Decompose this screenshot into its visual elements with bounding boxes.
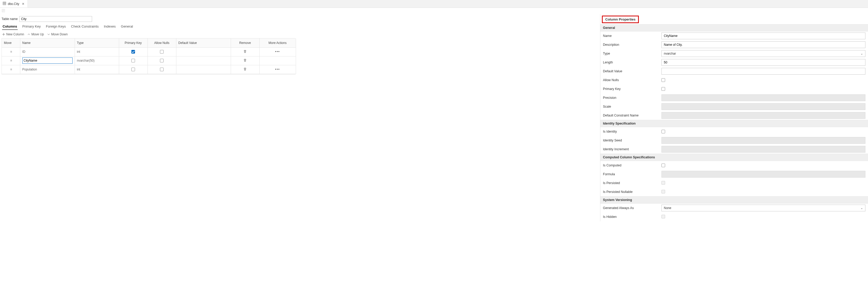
tab-columns[interactable]: Columns: [2, 23, 18, 30]
prop-row-defaultValue: Default Value: [600, 67, 868, 76]
hdr-name: Name: [20, 38, 75, 47]
allownulls-checkbox[interactable]: [160, 59, 164, 62]
delete-icon[interactable]: [243, 51, 247, 54]
prop-row-scale: Scale: [600, 102, 868, 111]
prop-genAlwaysAs-select[interactable]: None⌄: [661, 205, 865, 211]
prop-formula-label: Formula: [603, 172, 661, 176]
table-row[interactable]: ≡ Population int •••: [2, 65, 296, 74]
hdr-more: More Actions: [259, 38, 296, 47]
allownulls-checkbox[interactable]: [160, 68, 164, 71]
tab-bar: dbo.City ✕: [0, 0, 868, 8]
prop-defaultValue-label: Default Value: [603, 69, 661, 73]
more-actions-icon[interactable]: •••: [275, 68, 280, 71]
prop-isIdentity-label: Is Identity: [603, 130, 661, 133]
prop-type-label: Type: [603, 52, 661, 55]
prop-isHidden-label: Is Hidden: [603, 215, 661, 219]
pk-checkbox[interactable]: [131, 50, 135, 54]
table-row[interactable]: ≡ ID int •••: [2, 47, 296, 56]
move-down-label: Move Down: [51, 33, 68, 36]
hdr-pk: Primary Key: [119, 38, 148, 47]
hdr-move: Move: [2, 38, 20, 47]
table-icon: [3, 2, 6, 6]
prop-row-formula: Formula: [600, 170, 868, 178]
prop-name-input[interactable]: [661, 33, 865, 39]
prop-row-allowNulls: Allow Nulls: [600, 76, 868, 85]
close-icon[interactable]: ✕: [21, 2, 26, 6]
tab-foreign-keys[interactable]: Foreign Keys: [45, 23, 66, 30]
move-down-button[interactable]: Move Down: [47, 33, 68, 36]
prop-row-precision: Precision: [600, 93, 868, 102]
prop-precision-input: [661, 94, 865, 101]
tab-indexes[interactable]: Indexes: [103, 23, 116, 30]
column-type[interactable]: int: [77, 50, 81, 54]
prop-row-name: Name: [600, 31, 868, 40]
svg-rect-0: [3, 2, 6, 5]
designer-tabs: Columns Primary Key Foreign Keys Check C…: [2, 23, 598, 30]
prop-allowNulls-checkbox[interactable]: [661, 78, 665, 82]
prop-description-label: Description: [603, 43, 661, 46]
prop-row-isPersistedNull: Is Persisted Nullable: [600, 188, 868, 196]
prop-row-defConstraint: Default Constraint Name: [600, 111, 868, 120]
column-type[interactable]: nvarchar(50): [77, 59, 95, 62]
section-computed: Computed Column Specifications: [600, 154, 868, 161]
section-identity: Identity Specification: [600, 120, 868, 127]
prop-defConstraint-input: [661, 112, 865, 119]
prop-defaultValue-input[interactable]: [661, 68, 865, 75]
allownulls-checkbox[interactable]: [160, 50, 164, 54]
prop-name-label: Name: [603, 34, 661, 38]
table-name-label: Table name: [2, 17, 18, 21]
prop-row-identitySeed: Identity Seed: [600, 136, 868, 145]
designer-pane: Table name Columns Primary Key Foreign K…: [0, 14, 600, 221]
prop-length-input[interactable]: [661, 59, 865, 66]
more-actions-icon[interactable]: •••: [275, 50, 280, 54]
drag-handle-icon[interactable]: ≡: [10, 59, 11, 62]
prop-scale-input: [661, 103, 865, 110]
chevron-down-icon: ⌄: [861, 206, 863, 210]
table-row[interactable]: ≡ nvarchar(50): [2, 56, 296, 65]
tab-primary-key[interactable]: Primary Key: [22, 23, 41, 30]
table-name-input[interactable]: [19, 16, 92, 22]
hdr-type: Type: [75, 38, 119, 47]
prop-identityInc-input: [661, 146, 865, 153]
delete-icon[interactable]: [243, 68, 247, 72]
tab-check-constraints[interactable]: Check Constraints: [70, 23, 99, 30]
column-name-input[interactable]: [22, 58, 72, 64]
drag-handle-icon[interactable]: ≡: [10, 68, 11, 71]
tab-dbo-city[interactable]: dbo.City ✕: [0, 0, 28, 7]
drag-handle-icon[interactable]: ≡: [10, 50, 11, 54]
prop-primaryKey-checkbox[interactable]: [661, 87, 665, 91]
hdr-remove: Remove: [231, 38, 259, 47]
prop-row-identityInc: Identity Increment: [600, 145, 868, 154]
column-name[interactable]: Population: [22, 68, 37, 71]
script-icon[interactable]: [2, 9, 5, 13]
column-type[interactable]: int: [77, 68, 81, 71]
properties-pane: Column Properties General Name Descripti…: [600, 14, 868, 221]
tab-title: dbo.City: [8, 2, 19, 6]
prop-row-length: Length: [600, 58, 868, 67]
editor-toolbar: [0, 8, 868, 14]
tab-general[interactable]: General: [120, 23, 133, 30]
panel-title: Column Properties: [602, 15, 639, 23]
prop-isComputed-checkbox[interactable]: [661, 164, 665, 167]
prop-row-type: Type nvarchar⌄: [600, 49, 868, 58]
prop-identityInc-label: Identity Increment: [603, 147, 661, 151]
prop-scale-label: Scale: [603, 105, 661, 108]
prop-isIdentity-checkbox[interactable]: [661, 130, 665, 133]
delete-icon[interactable]: [243, 59, 247, 63]
section-version: System Versioning: [600, 196, 868, 204]
prop-isComputed-label: Is Computed: [603, 164, 661, 167]
column-name[interactable]: ID: [22, 50, 26, 54]
pk-checkbox[interactable]: [131, 68, 135, 71]
chevron-down-icon: ⌄: [861, 52, 863, 55]
prop-description-input[interactable]: [661, 41, 865, 48]
prop-allowNulls-label: Allow Nulls: [603, 78, 661, 82]
prop-row-isComputed: Is Computed: [600, 161, 868, 170]
pk-checkbox[interactable]: [131, 59, 135, 62]
prop-type-select[interactable]: nvarchar⌄: [661, 50, 865, 57]
prop-row-genAlwaysAs: Generated Always As None⌄: [600, 204, 868, 212]
new-column-button[interactable]: New Column: [2, 33, 24, 36]
prop-row-isIdentity: Is Identity: [600, 127, 868, 136]
prop-isPersisted-checkbox: [661, 181, 665, 185]
move-up-button[interactable]: Move Up: [27, 33, 44, 36]
move-up-label: Move Up: [31, 33, 44, 36]
